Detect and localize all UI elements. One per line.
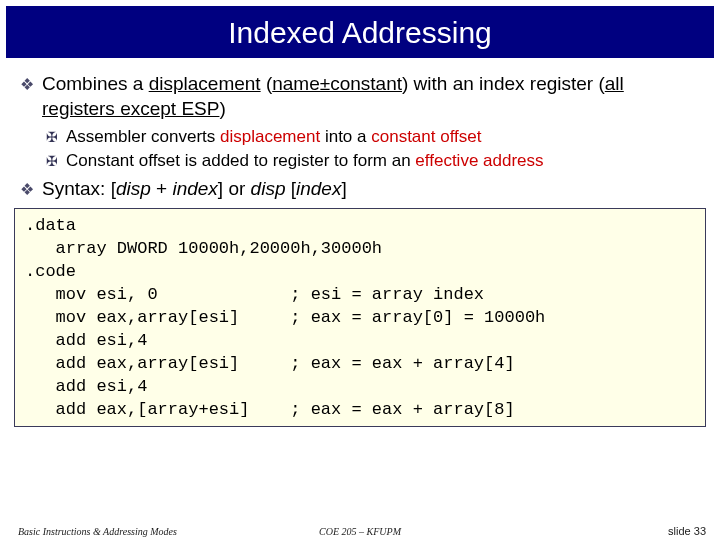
sub-bullet-2-text: Constant offset is added to register to … bbox=[66, 151, 544, 171]
bullet-2: ❖ Syntax: [disp + index] or disp [index] bbox=[20, 177, 700, 202]
footer-right: slide 33 bbox=[668, 525, 706, 537]
italic-term: disp bbox=[116, 178, 151, 199]
footer-left: Basic Instructions & Addressing Modes bbox=[18, 526, 177, 537]
red-term: constant offset bbox=[371, 127, 481, 146]
maltese-bullet-icon: ✠ bbox=[46, 129, 58, 145]
code-block: .data array DWORD 10000h,20000h,30000h .… bbox=[14, 208, 706, 426]
text-fragment: ) with an index register ( bbox=[402, 73, 605, 94]
text-fragment: Assembler converts bbox=[66, 127, 220, 146]
underlined-term: displacement bbox=[149, 73, 261, 94]
slide-body: ❖ Combines a displacement (name±constant… bbox=[0, 58, 720, 202]
slide-title: Indexed Addressing bbox=[6, 6, 714, 58]
text-fragment: Combines a bbox=[42, 73, 149, 94]
diamond-bullet-icon: ❖ bbox=[20, 75, 34, 96]
text-fragment: ] or bbox=[218, 178, 251, 199]
sub-bullet-2: ✠ Constant offset is added to register t… bbox=[46, 151, 700, 171]
text-fragment: ] bbox=[341, 178, 346, 199]
sub-bullet-1-text: Assembler converts displacement into a c… bbox=[66, 127, 481, 147]
bullet-2-text: Syntax: [disp + index] or disp [index] bbox=[42, 177, 347, 202]
italic-term: disp bbox=[251, 178, 286, 199]
italic-term: index bbox=[296, 178, 341, 199]
text-fragment: Constant offset is added to register to … bbox=[66, 151, 415, 170]
text-fragment: into a bbox=[320, 127, 371, 146]
text-fragment: + bbox=[151, 178, 173, 199]
underlined-term: name±constant bbox=[272, 73, 402, 94]
bullet-1-text: Combines a displacement (name±constant) … bbox=[42, 72, 700, 121]
bullet-1: ❖ Combines a displacement (name±constant… bbox=[20, 72, 700, 121]
diamond-bullet-icon: ❖ bbox=[20, 180, 34, 201]
italic-term: index bbox=[172, 178, 217, 199]
red-term: displacement bbox=[220, 127, 320, 146]
footer-center: COE 205 – KFUPM bbox=[319, 526, 401, 537]
maltese-bullet-icon: ✠ bbox=[46, 153, 58, 169]
sub-bullet-1: ✠ Assembler converts displacement into a… bbox=[46, 127, 700, 147]
text-fragment: [ bbox=[285, 178, 296, 199]
text-fragment: ( bbox=[261, 73, 273, 94]
text-fragment: ) bbox=[219, 98, 225, 119]
red-term: effective address bbox=[415, 151, 543, 170]
text-fragment: Syntax: [ bbox=[42, 178, 116, 199]
